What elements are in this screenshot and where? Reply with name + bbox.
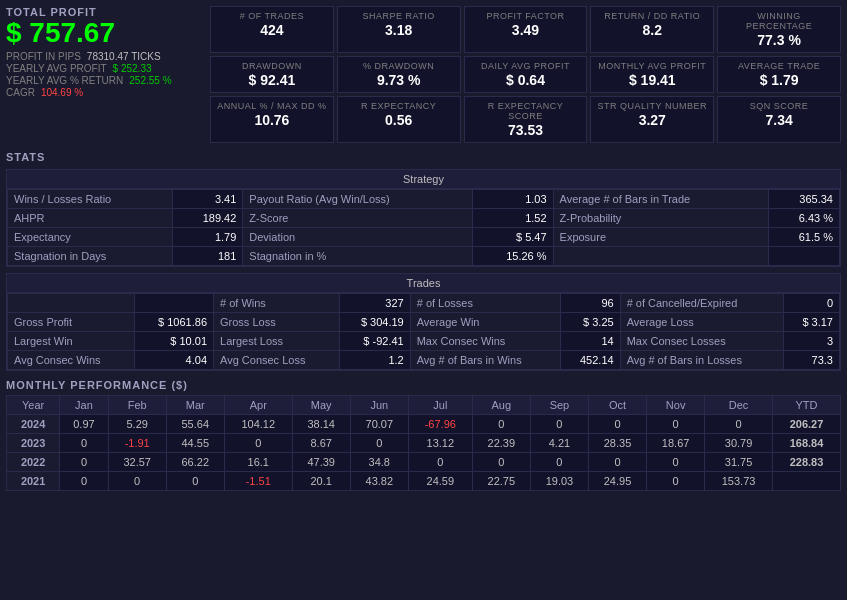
trades-title: Trades — [7, 274, 840, 293]
stat-value-11: 0.56 — [344, 112, 454, 128]
monthly-cell-2-10: 0 — [647, 453, 705, 472]
monthly-cell-1-10: 18.67 — [647, 434, 705, 453]
trades-value-3-3: 73.3 — [784, 351, 840, 370]
trades-value-1-3: $ 3.17 — [784, 313, 840, 332]
monthly-cell-1-3: 0 — [224, 434, 292, 453]
monthly-cell-3-2: 0 — [166, 472, 224, 491]
monthly-cell-1-5: 0 — [350, 434, 408, 453]
stat-box-13: STR QUALITY NUMBER3.27 — [590, 96, 714, 143]
monthly-header-9: Sep — [530, 396, 588, 415]
monthly-cell-3-1: 0 — [108, 472, 166, 491]
monthly-row-0: 20240.975.2955.64104.1238.1470.07-67.960… — [7, 415, 841, 434]
monthly-cell-0-7: 0 — [472, 415, 530, 434]
strat-value-1-1: 1.52 — [473, 209, 553, 228]
stat-label-1: SHARPE RATIO — [344, 11, 454, 21]
monthly-cell-0-5: 70.07 — [350, 415, 408, 434]
monthly-year-2: 2022 — [7, 453, 60, 472]
monthly-cell-3-5: 43.82 — [350, 472, 408, 491]
trades-label-1-2: Average Win — [410, 313, 560, 332]
yearly-return-row: YEARLY AVG % RETURN 252.55 % — [6, 75, 206, 86]
strat-value-2-2: 61.5 % — [769, 228, 840, 247]
strat-value-1-0: 189.42 — [173, 209, 243, 228]
stat-value-12: 73.53 — [471, 122, 581, 138]
monthly-header-6: Jun — [350, 396, 408, 415]
stat-value-1: 3.18 — [344, 22, 454, 38]
monthly-cell-1-11: 30.79 — [705, 434, 773, 453]
monthly-header-12: Dec — [705, 396, 773, 415]
strat-label-2-2: Exposure — [553, 228, 769, 247]
trades-value-2-1: $ -92.41 — [339, 332, 410, 351]
trades-value-1-1: $ 304.19 — [339, 313, 410, 332]
monthly-cell-1-7: 22.39 — [472, 434, 530, 453]
stat-box-0: # OF TRADES424 — [210, 6, 334, 53]
monthly-cell-1-8: 4.21 — [530, 434, 588, 453]
stat-label-5: DRAWDOWN — [217, 61, 327, 71]
stat-value-7: $ 0.64 — [471, 72, 581, 88]
monthly-header-3: Mar — [166, 396, 224, 415]
monthly-cell-0-4: 38.14 — [292, 415, 350, 434]
strat-label-2-0: Expectancy — [8, 228, 173, 247]
trades-label-0-2: # of Losses — [410, 294, 560, 313]
stat-value-6: 9.73 % — [344, 72, 454, 88]
stat-value-10: 10.76 — [217, 112, 327, 128]
monthly-header-8: Aug — [472, 396, 530, 415]
monthly-cell-3-10: 0 — [647, 472, 705, 491]
monthly-year-0: 2024 — [7, 415, 60, 434]
strategy-row-2: Expectancy1.79Deviation$ 5.47Exposure61.… — [8, 228, 840, 247]
stat-box-11: R EXPECTANCY0.56 — [337, 96, 461, 143]
profit-pips-value: 78310.47 TICKS — [87, 51, 161, 62]
strategy-row-0: Wins / Losses Ratio3.41Payout Ratio (Avg… — [8, 190, 840, 209]
monthly-header-1: Jan — [60, 396, 108, 415]
cagr-row: CAGR 104.69 % — [6, 87, 206, 98]
profit-sub: PROFIT IN PIPS 78310.47 TICKS YEARLY AVG… — [6, 51, 206, 98]
left-panel: TOTAL PROFIT $ 757.67 PROFIT IN PIPS 783… — [6, 6, 206, 143]
strategy-row-1: AHPR189.42Z-Score1.52Z-Probability6.43 % — [8, 209, 840, 228]
stat-value-8: $ 19.41 — [597, 72, 707, 88]
monthly-cell-2-4: 47.39 — [292, 453, 350, 472]
cagr-value: 104.69 % — [41, 87, 83, 98]
stat-value-0: 424 — [217, 22, 327, 38]
stat-label-12: R EXPECTANCY SCORE — [471, 101, 581, 121]
stat-box-14: SQN SCORE7.34 — [717, 96, 841, 143]
monthly-label: MONTHLY PERFORMANCE ($) — [6, 379, 841, 391]
monthly-cell-3-0: 0 — [60, 472, 108, 491]
monthly-header-5: May — [292, 396, 350, 415]
monthly-cell-0-12: 206.27 — [773, 415, 841, 434]
stats-grid: # OF TRADES424SHARPE RATIO3.18PROFIT FAC… — [210, 6, 841, 143]
trades-label-0-1: # of Wins — [214, 294, 340, 313]
trades-value-1-2: $ 3.25 — [561, 313, 621, 332]
monthly-year-3: 2021 — [7, 472, 60, 491]
monthly-cell-0-10: 0 — [647, 415, 705, 434]
stat-box-5: DRAWDOWN$ 92.41 — [210, 56, 334, 93]
monthly-cell-2-2: 66.22 — [166, 453, 224, 472]
strat-value-3-2 — [769, 247, 840, 266]
monthly-section: MONTHLY PERFORMANCE ($) YearJanFebMarApr… — [6, 379, 841, 491]
strat-value-0-1: 1.03 — [473, 190, 553, 209]
strat-value-0-0: 3.41 — [173, 190, 243, 209]
monthly-table: YearJanFebMarAprMayJunJulAugSepOctNovDec… — [6, 395, 841, 491]
monthly-cell-1-1: -1.91 — [108, 434, 166, 453]
layout-top: TOTAL PROFIT $ 757.67 PROFIT IN PIPS 783… — [6, 6, 841, 143]
monthly-cell-0-2: 55.64 — [166, 415, 224, 434]
stat-label-4: WINNING PERCENTAGE — [724, 11, 834, 31]
yearly-avg-label: YEARLY AVG PROFIT — [6, 63, 107, 74]
trades-value-0-3: 0 — [784, 294, 840, 313]
monthly-row-3: 2021000-1.5120.143.8224.5922.7519.0324.9… — [7, 472, 841, 491]
stat-box-10: ANNUAL % / MAX DD %10.76 — [210, 96, 334, 143]
monthly-cell-2-8: 0 — [530, 453, 588, 472]
stat-box-8: MONTHLY AVG PROFIT$ 19.41 — [590, 56, 714, 93]
trades-value-3-1: 1.2 — [339, 351, 410, 370]
trades-label-3-1: Avg Consec Loss — [214, 351, 340, 370]
monthly-year-1: 2023 — [7, 434, 60, 453]
monthly-cell-3-6: 24.59 — [408, 472, 472, 491]
monthly-header-4: Apr — [224, 396, 292, 415]
monthly-cell-0-3: 104.12 — [224, 415, 292, 434]
trades-value-0-2: 96 — [561, 294, 621, 313]
stat-label-6: % DRAWDOWN — [344, 61, 454, 71]
yearly-avg-row: YEARLY AVG PROFIT $ 252.33 — [6, 63, 206, 74]
stat-box-12: R EXPECTANCY SCORE73.53 — [464, 96, 588, 143]
stat-label-0: # OF TRADES — [217, 11, 327, 21]
trades-value-0-0 — [135, 294, 214, 313]
profit-pips-row: PROFIT IN PIPS 78310.47 TICKS — [6, 51, 206, 62]
strat-label-1-1: Z-Score — [243, 209, 473, 228]
